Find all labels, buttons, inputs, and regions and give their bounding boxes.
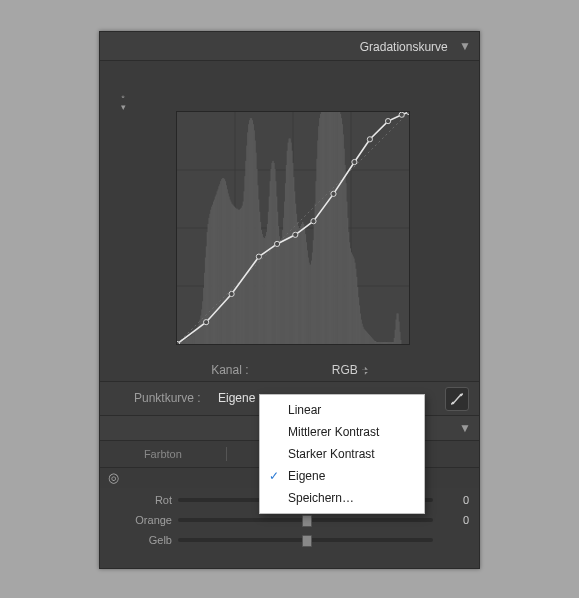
slider-label: Gelb [110, 534, 178, 546]
targeted-adjustment-tool[interactable]: ◦ ▾ [114, 91, 130, 112]
svg-point-271 [311, 219, 316, 224]
slider-label: Rot [110, 494, 178, 506]
curve-toggle-icon [450, 392, 464, 406]
channel-selector[interactable]: RGB [332, 363, 368, 377]
svg-point-276 [399, 112, 404, 117]
tat-icon: ◦ [114, 91, 130, 102]
chevron-down-icon: ▾ [114, 102, 130, 112]
tab-farbton[interactable]: Farbton [100, 441, 226, 467]
menu-item[interactable]: Mittlerer Kontrast [260, 421, 424, 443]
svg-point-267 [229, 291, 234, 296]
menu-item-label: Eigene [288, 469, 325, 483]
svg-point-272 [331, 191, 336, 196]
menu-item[interactable]: Linear [260, 399, 424, 421]
tone-curve-graph[interactable] [176, 111, 410, 345]
svg-rect-254 [400, 340, 401, 344]
panel-header: Gradationskurve ▼ [100, 32, 479, 61]
svg-point-266 [204, 320, 209, 325]
point-curve-menu: LinearMittlerer KontrastStarker Kontrast… [259, 394, 425, 514]
collapse-icon[interactable]: ▼ [459, 421, 471, 435]
svg-point-269 [274, 241, 279, 246]
slider-track[interactable] [178, 518, 433, 522]
slider-row: Gelb [110, 530, 469, 550]
collapse-icon[interactable]: ▼ [459, 32, 471, 60]
point-curve-label: Punktkurve : [134, 382, 201, 415]
slider-value: 0 [433, 514, 469, 526]
menu-item-label: Speichern… [288, 491, 354, 505]
svg-point-273 [352, 159, 357, 164]
menu-item[interactable]: ✓Eigene [260, 465, 424, 487]
svg-point-279 [460, 394, 463, 397]
menu-item-label: Linear [288, 403, 321, 417]
menu-item[interactable]: Speichern… [260, 487, 424, 509]
menu-item-label: Starker Kontrast [288, 447, 375, 461]
menu-item-label: Mittlerer Kontrast [288, 425, 379, 439]
channel-label: Kanal : [211, 363, 248, 377]
panel-title: Gradationskurve [360, 33, 448, 61]
slider-thumb[interactable] [302, 535, 312, 547]
slider-track[interactable] [178, 538, 433, 542]
svg-point-278 [452, 402, 455, 405]
slider-thumb[interactable] [302, 515, 312, 527]
menu-item[interactable]: Starker Kontrast [260, 443, 424, 465]
check-icon: ✓ [266, 465, 282, 487]
slider-value: 0 [433, 494, 469, 506]
channel-row: Kanal : RGB [100, 363, 479, 377]
svg-point-268 [256, 254, 261, 259]
svg-point-274 [367, 137, 372, 142]
slider-label: Orange [110, 514, 178, 526]
svg-point-270 [293, 232, 298, 237]
targeted-adjustment-tool[interactable]: ◎ [108, 468, 119, 488]
svg-point-275 [385, 118, 390, 123]
curve-area: ◦ ▾ Kanal : RGB [100, 61, 479, 381]
curve-mode-toggle[interactable] [445, 387, 469, 411]
